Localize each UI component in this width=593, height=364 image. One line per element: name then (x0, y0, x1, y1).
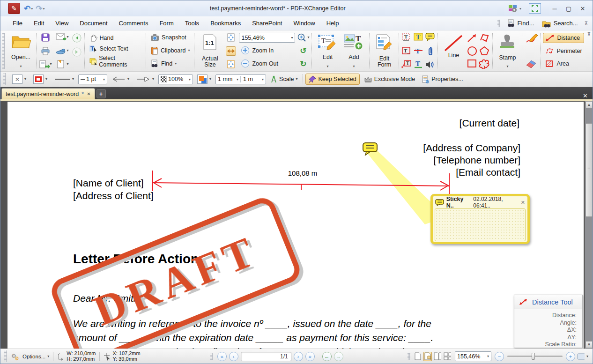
document-area[interactable]: [Current date] [Address of Company] [Tel… (0, 101, 593, 349)
fit-page-button[interactable] (226, 33, 236, 42)
search-button[interactable]: Search... (539, 18, 581, 29)
polyline-tool-button[interactable] (479, 33, 490, 43)
sticky-note-header[interactable]: Sticky N.. 02.02.2018, 06:41.. ✕ (433, 196, 527, 208)
previous-view-button[interactable]: ← (322, 352, 332, 361)
menu-bookmarks[interactable]: Bookmarks (205, 18, 246, 29)
maximize-button[interactable]: ▢ (562, 3, 576, 14)
menu-file[interactable]: File (7, 18, 28, 29)
sticky-note-popup[interactable]: Sticky N.. 02.02.2018, 06:41.. ✕ (430, 194, 530, 244)
fit-width-button[interactable] (226, 46, 236, 56)
fit-width-view-button[interactable] (423, 352, 432, 361)
no-style-button[interactable]: ✕▾ (9, 73, 29, 85)
status-grip[interactable] (4, 350, 7, 362)
arrow-tool-button[interactable] (467, 33, 478, 43)
fullscreen-mode-button[interactable] (577, 352, 585, 361)
scale-button[interactable]: Scale▾ (267, 74, 300, 85)
menu-tools[interactable]: Tools (179, 18, 205, 29)
border-color-button[interactable]: ▾ (30, 73, 50, 85)
zoom-out-slider-button[interactable]: − (495, 352, 504, 361)
polygon-tool-button[interactable] (479, 46, 490, 56)
select-comments-button[interactable]: Select Comments (87, 54, 143, 69)
circle-tool-button[interactable] (467, 46, 478, 56)
page-number-field[interactable]: 1/1 (241, 352, 291, 361)
select-text-button[interactable]: T Select Text (87, 44, 143, 54)
line-style-button[interactable]: ▾ (52, 76, 77, 82)
single-page-view-button[interactable] (414, 352, 422, 361)
document-tab[interactable]: test.payment-reminder-word * ✕ (1, 88, 95, 99)
toolbar-grip[interactable] (497, 20, 500, 27)
close-button[interactable]: ✕ (576, 3, 590, 14)
ui-options-button[interactable]: ▾ (508, 4, 524, 13)
line-width-combo[interactable]: 1 pt▾ (78, 74, 107, 84)
menu-form[interactable]: Form (154, 18, 179, 29)
highlight-text-button[interactable]: T (414, 33, 423, 42)
fullscreen-button[interactable] (529, 3, 541, 14)
attachment-tool-button[interactable] (425, 46, 435, 56)
rotate-cw-button[interactable]: ↻ (297, 59, 309, 69)
new-document-button[interactable]: ▾ (56, 59, 69, 69)
find-button[interactable]: Find... (504, 18, 537, 29)
tab-close-icon[interactable]: ✕ (87, 91, 90, 97)
find-tool-button[interactable]: Find▾ (148, 59, 192, 69)
sticky-note-annotation-icon[interactable] (362, 142, 379, 156)
new-tab-button[interactable]: + (96, 89, 106, 98)
minimize-button[interactable]: ─ (548, 3, 562, 14)
next-view-button[interactable]: → (334, 352, 343, 361)
menu-comments[interactable]: Comments (113, 18, 154, 29)
strikeout-text-button[interactable]: T (414, 46, 423, 56)
rectangle-tool-button[interactable] (467, 59, 478, 69)
underline-text-button[interactable]: T (414, 59, 423, 69)
props-grip[interactable] (3, 73, 6, 85)
zoom-slider[interactable] (507, 356, 563, 357)
fit-visible-button[interactable] (226, 59, 236, 69)
sticky-note-tool-button[interactable] (425, 33, 435, 41)
line-end-style-button[interactable]: ▾ (133, 75, 157, 83)
menu-window[interactable]: Window (288, 18, 320, 29)
email-button[interactable]: ▾ (56, 33, 69, 41)
print-button[interactable] (39, 46, 52, 56)
collapse-toolbar-icon[interactable]: ⊼ (586, 31, 593, 37)
menu-edit[interactable]: Edit (28, 18, 50, 29)
previous-page-button[interactable]: ‹ (229, 352, 238, 361)
properties-button[interactable]: ⚙ Properties... (419, 74, 466, 85)
options-button[interactable]: ⚙⚙ Options...▾ (9, 352, 52, 361)
scan-button[interactable]: ▾ (56, 47, 69, 54)
distance-tool-button[interactable]: Distance (543, 33, 584, 43)
zoom-in-slider-button[interactable]: + (566, 352, 575, 361)
stamp-tool-button[interactable]: Stamp▾ (495, 32, 519, 69)
perimeter-tool-button[interactable]: Perimeter (543, 46, 584, 56)
snapshot-button[interactable]: Snapshot (148, 33, 192, 42)
last-page-button[interactable]: » (305, 352, 315, 361)
menu-help[interactable]: Help (321, 18, 345, 29)
zoom-level-combo[interactable]: 155,46%▾ (239, 33, 295, 43)
undo-button[interactable]: ↶ (24, 4, 30, 14)
zoom-slider-thumb[interactable] (532, 353, 535, 360)
sound-tool-button[interactable] (425, 60, 435, 69)
actual-size-button[interactable]: 1:1 Actual Size (197, 32, 223, 69)
collapse-toolbar-icon[interactable]: ⊼ (583, 21, 590, 26)
scroll-down-icon[interactable]: ▼ (586, 341, 593, 348)
edit-content-button[interactable]: T Edit▾ (314, 32, 341, 69)
area-tool-button[interactable]: Area (543, 59, 584, 69)
nav-grip[interactable] (210, 353, 213, 360)
rotate-ccw-button[interactable]: ↺ (297, 46, 309, 56)
fill-color-button[interactable]: ▾ (194, 73, 214, 85)
keep-selected-button[interactable]: Keep Selected (305, 74, 359, 85)
first-page-button[interactable]: « (217, 352, 227, 361)
pencil-tool-button[interactable] (525, 33, 538, 44)
view-grip[interactable] (408, 353, 410, 360)
group-grip[interactable] (2, 33, 5, 69)
scrollbar-thumb[interactable] (586, 123, 593, 217)
sticky-note-body[interactable] (435, 208, 526, 241)
scale-units-combo[interactable]: 1 mm▾1 m▾ (215, 74, 266, 84)
next-page-button[interactable]: › (294, 352, 303, 361)
export-button[interactable]: ▾ (39, 59, 52, 69)
exclusive-mode-button[interactable]: Exclusive Mode (361, 74, 418, 84)
save-button[interactable] (39, 33, 52, 42)
line-start-style-button[interactable]: ▾ (109, 75, 132, 83)
status-zoom-combo[interactable]: 155,46%▾ (455, 351, 491, 361)
add-content-button[interactable]: T Add▾ (341, 32, 367, 69)
scroll-up-icon[interactable]: ▲ (586, 101, 593, 108)
typewriter-tool-button[interactable]: T (401, 33, 412, 42)
redo-button[interactable]: ↷ (36, 4, 42, 14)
